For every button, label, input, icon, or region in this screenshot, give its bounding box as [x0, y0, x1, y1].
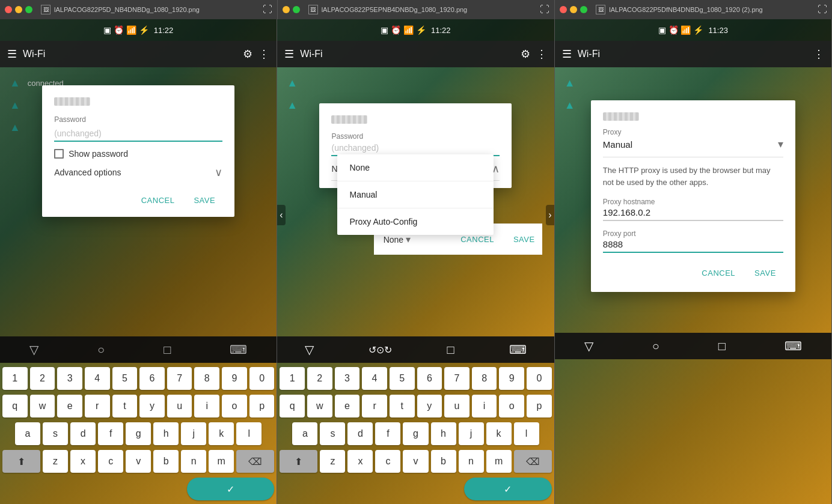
key-b-2[interactable]: b	[431, 450, 456, 473]
key-g-1[interactable]: g	[126, 422, 151, 445]
key-r-1[interactable]: r	[85, 395, 110, 417]
key-l-1[interactable]: l	[236, 422, 262, 445]
maximize-button-1[interactable]	[25, 6, 32, 13]
hamburger-icon-3[interactable]: ☰	[562, 47, 572, 61]
key-c-2[interactable]: c	[375, 450, 400, 473]
key-w-2[interactable]: w	[307, 395, 332, 417]
key-a-1[interactable]: a	[15, 422, 40, 445]
key-1-1[interactable]: 1	[2, 367, 28, 390]
maximize-button-2[interactable]	[293, 6, 300, 13]
keyboard-icon-3[interactable]: ⌨	[785, 339, 802, 353]
key-delete-1[interactable]: ⌫	[236, 450, 274, 473]
key-3-1[interactable]: 3	[57, 367, 82, 390]
key-t-1[interactable]: t	[112, 395, 138, 417]
dropdown-item-manual[interactable]: Manual	[337, 181, 494, 208]
advanced-chevron-icon[interactable]: ∨	[215, 166, 222, 179]
key-7-1[interactable]: 7	[167, 367, 192, 390]
key-d-2[interactable]: d	[347, 422, 373, 445]
key-k-2[interactable]: k	[486, 422, 512, 445]
cancel-button-1[interactable]: CANCEL	[134, 191, 182, 210]
save-button-3[interactable]: SAVE	[747, 264, 783, 282]
key-p-2[interactable]: p	[527, 395, 552, 417]
key-i-1[interactable]: i	[194, 395, 219, 417]
cancel-button-3[interactable]: CANCEL	[694, 264, 742, 282]
key-h-1[interactable]: h	[153, 422, 179, 445]
back-icon-3[interactable]: ▽	[584, 339, 593, 353]
key-enter-1[interactable]: ✓	[187, 478, 275, 500]
key-t-2[interactable]: t	[390, 395, 415, 417]
scroll-right-2[interactable]: ›	[546, 205, 554, 225]
advanced-options-row[interactable]: Advanced options ∨	[54, 166, 222, 179]
resize-icon-2[interactable]: ⛶	[540, 4, 549, 15]
close-button-1[interactable]	[5, 6, 12, 13]
scroll-left-2[interactable]: ‹	[277, 205, 285, 225]
minimize-button-1[interactable]	[15, 6, 22, 13]
key-j-2[interactable]: j	[459, 422, 484, 445]
password-input[interactable]	[54, 126, 222, 142]
proxy-select-row-3[interactable]: Manual ▾	[603, 138, 783, 157]
more-icon[interactable]: ⋮	[258, 47, 269, 61]
key-q-2[interactable]: q	[280, 395, 305, 417]
dropdown-item-proxy-auto[interactable]: Proxy Auto-Config	[337, 208, 494, 235]
key-2-1[interactable]: 2	[30, 367, 55, 390]
home-icon-2[interactable]: ↺⊙↻	[369, 344, 392, 356]
key-4-1[interactable]: 4	[85, 367, 110, 390]
key-x-1[interactable]: x	[70, 450, 96, 473]
more-icon-3[interactable]: ⋮	[813, 47, 824, 61]
save-button-1[interactable]: SAVE	[186, 191, 222, 210]
wifi-item-2a[interactable]: ▲	[277, 72, 554, 94]
key-9-1[interactable]: 9	[222, 367, 247, 390]
key-m-1[interactable]: m	[209, 450, 234, 473]
proxy-dropdown[interactable]: None Manual Proxy Auto-Config	[337, 154, 494, 235]
settings-icon[interactable]: ⚙	[243, 47, 252, 61]
settings-icon-2[interactable]: ⚙	[521, 47, 530, 61]
key-w-1[interactable]: w	[30, 395, 55, 417]
key-a-2[interactable]: a	[292, 422, 317, 445]
key-f-1[interactable]: f	[98, 422, 123, 445]
hamburger-icon[interactable]: ☰	[7, 47, 17, 61]
key-shift-2[interactable]: ⬆	[280, 450, 317, 473]
key-7-2[interactable]: 7	[444, 367, 470, 390]
key-r-2[interactable]: r	[362, 395, 387, 417]
key-delete-2[interactable]: ⌫	[514, 450, 552, 473]
save-button-2[interactable]: SAVE	[506, 230, 542, 249]
key-h-2[interactable]: h	[431, 422, 456, 445]
key-j-1[interactable]: j	[181, 422, 206, 445]
back-icon-2[interactable]: ▽	[305, 342, 314, 357]
minimize-button-2[interactable]	[283, 6, 290, 13]
port-value[interactable]: 8888	[603, 239, 783, 253]
key-z-2[interactable]: z	[320, 450, 345, 473]
window-controls-2[interactable]	[283, 6, 300, 13]
hamburger-icon-2[interactable]: ☰	[284, 47, 294, 61]
key-n-1[interactable]: n	[181, 450, 206, 473]
close-button-3[interactable]	[560, 6, 567, 13]
key-v-2[interactable]: v	[403, 450, 428, 473]
key-e-2[interactable]: e	[335, 395, 360, 417]
key-o-2[interactable]: o	[499, 395, 524, 417]
key-l-2[interactable]: l	[514, 422, 539, 445]
resize-icon-1[interactable]: ⛶	[263, 4, 272, 15]
key-shift-1[interactable]: ⬆	[2, 450, 40, 473]
key-b-1[interactable]: b	[153, 450, 179, 473]
key-u-1[interactable]: u	[167, 395, 192, 417]
key-p-1[interactable]: p	[249, 395, 275, 417]
key-0-2[interactable]: 0	[527, 367, 552, 390]
key-y-1[interactable]: y	[139, 395, 165, 417]
key-i-2[interactable]: i	[472, 395, 497, 417]
proxy-chevron-down-icon[interactable]: ▾	[778, 138, 783, 151]
window-controls-3[interactable]	[560, 6, 587, 13]
show-password-checkbox[interactable]	[54, 149, 64, 159]
key-s-1[interactable]: s	[43, 422, 68, 445]
key-8-2[interactable]: 8	[472, 367, 497, 390]
window-controls-1[interactable]	[5, 6, 32, 13]
key-x-2[interactable]: x	[347, 450, 373, 473]
key-9-2[interactable]: 9	[499, 367, 524, 390]
key-5-2[interactable]: 5	[390, 367, 415, 390]
dropdown-chevron-icon-2[interactable]: ▾	[406, 234, 411, 245]
key-q-1[interactable]: q	[2, 395, 28, 417]
key-6-1[interactable]: 6	[139, 367, 165, 390]
home-icon-3[interactable]: ○	[652, 339, 659, 353]
key-d-1[interactable]: d	[70, 422, 96, 445]
key-u-2[interactable]: u	[444, 395, 470, 417]
dropdown-item-none[interactable]: None	[337, 154, 494, 181]
